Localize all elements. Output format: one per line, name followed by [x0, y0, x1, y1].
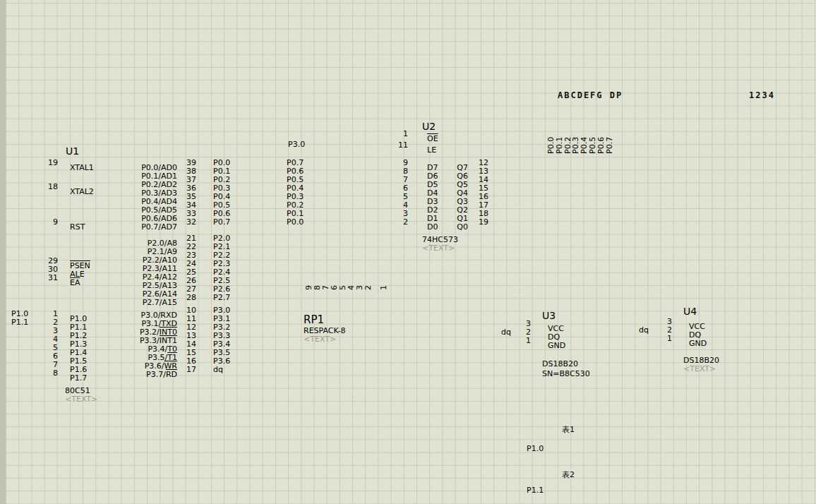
pin-number: 1: [387, 130, 408, 138]
net-label: dq: [213, 366, 223, 374]
pin-name: P2.7/A15: [92, 299, 177, 307]
pin-name: P1.7: [70, 374, 87, 383]
pin-name: EA: [70, 279, 80, 287]
u4-ds18b20-ref: U4: [683, 306, 697, 317]
pin-number: 19: [476, 218, 491, 227]
pushbutton-1-label: 表1: [562, 426, 575, 434]
segment-pins-label: ABCDEFG DP: [558, 91, 623, 100]
pin-number: 8: [35, 369, 58, 378]
pin-number: 1: [380, 285, 388, 290]
pin-number: 31: [35, 274, 58, 282]
pin-name: Q6: [383, 172, 468, 181]
pin-name: GND: [548, 342, 565, 350]
pin-number: 1: [652, 335, 672, 343]
pin-name: OE: [427, 135, 438, 143]
pushbutton-2-label: 表2: [562, 471, 575, 479]
pin-name: P0.7/AD7: [92, 223, 177, 232]
pin-name: Q1: [383, 215, 468, 223]
pin-number: 17: [184, 366, 199, 374]
net-label: P1.1: [11, 318, 28, 327]
u4-ds18b20-ghost: <TEXT>: [683, 365, 716, 373]
pin-name: Q4: [383, 189, 468, 198]
net-label: P0.7: [213, 218, 230, 227]
pin-number: 28: [184, 294, 199, 302]
u3-ds18b20-serial: SN=B8C530: [542, 370, 590, 378]
rp1-respack-ref: RP1: [304, 315, 324, 325]
pin-name: Q2: [383, 206, 468, 215]
u1-80c51-ref: U1: [66, 146, 79, 157]
pin-name: RST: [70, 223, 85, 232]
pin-name: Q0: [383, 223, 468, 232]
pin-name: Q3: [383, 198, 468, 206]
pin-name: LE: [427, 146, 436, 155]
pin-number: 18: [35, 183, 58, 191]
net-label: P1.1: [527, 486, 544, 495]
pin-name: Q7: [383, 164, 468, 172]
schematic-canvas: U180C51<TEXT>19XTAL118XTAL29RST29PSEN30A…: [0, 0, 816, 504]
pin-number: 11: [387, 141, 408, 150]
net-label: dq: [639, 326, 649, 335]
net-label: P3.0: [288, 140, 305, 149]
pin-number: 19: [35, 159, 58, 167]
net-label: P0.7: [606, 137, 614, 154]
net-label: P1.0: [527, 445, 544, 453]
pin-name: XTAL1: [70, 164, 94, 172]
pin-name: GND: [689, 340, 707, 348]
pin-number: 9: [35, 218, 58, 227]
pin-name: XTAL2: [70, 188, 94, 196]
rp1-respack-ghost: <TEXT>: [304, 335, 336, 344]
u3-ds18b20-ref: U3: [542, 311, 556, 321]
pin-number: 2: [364, 285, 373, 290]
pin-name: Q5: [383, 181, 468, 189]
u1-80c51-ghost: <TEXT>: [65, 395, 97, 404]
sheet-margin-left: [0, 0, 6, 504]
digit-pins-label: 1234: [734, 91, 775, 100]
pin-number: 1: [511, 337, 531, 345]
net-label: P0.0: [287, 218, 304, 227]
pin-name: P3.7/RD: [92, 371, 177, 379]
net-label: P2.7: [213, 294, 230, 302]
u2-74hc573-ghost: <TEXT>: [422, 244, 455, 253]
net-label: dq: [501, 328, 511, 337]
u2-74hc573-ref: U2: [422, 121, 436, 132]
pin-number: 32: [184, 218, 199, 227]
u3-ds18b20-part: DS18B20: [542, 360, 578, 368]
